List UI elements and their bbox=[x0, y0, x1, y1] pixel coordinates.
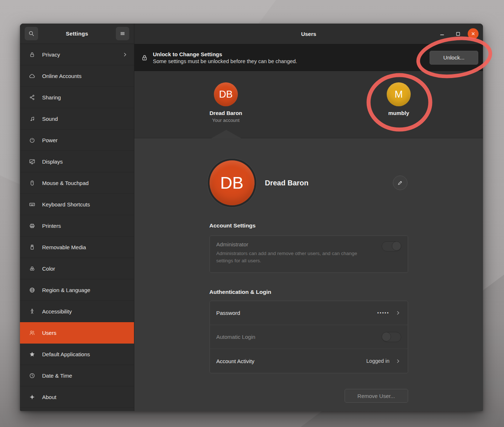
cloud-icon bbox=[29, 73, 35, 79]
sidebar: Settings Privacy Online Accounts Sharing… bbox=[20, 24, 134, 411]
carousel-user-subtitle: Your account bbox=[212, 118, 239, 123]
row-value: ••••• bbox=[377, 311, 390, 316]
sidebar-item-date-time[interactable]: Date & Time bbox=[20, 365, 134, 386]
sidebar-item-color[interactable]: Color bbox=[20, 258, 134, 279]
maximize-icon bbox=[455, 31, 461, 37]
sidebar-item-mouse-touchpad[interactable]: Mouse & Touchpad bbox=[20, 172, 134, 194]
edit-name-button[interactable] bbox=[393, 176, 407, 190]
banner-text: Unlock to Change Settings Some settings … bbox=[153, 51, 297, 64]
sidebar-item-label: Default Applications bbox=[42, 351, 134, 357]
sidebar-item-default-applications[interactable]: Default Applications bbox=[20, 344, 134, 365]
password-row[interactable]: Password ••••• bbox=[210, 301, 408, 325]
sidebar-item-users[interactable]: Users bbox=[20, 322, 134, 344]
mouse-icon bbox=[29, 180, 35, 186]
unlock-banner: Unlock to Change Settings Some settings … bbox=[134, 44, 483, 71]
sidebar-item-online-accounts[interactable]: Online Accounts bbox=[20, 65, 134, 87]
administrator-description: Administrators can add and remove other … bbox=[216, 250, 369, 265]
carousel-user-dread-baron[interactable]: DB Dread Baron Your account bbox=[193, 82, 259, 123]
carousel-user-mumbly[interactable]: M mumbly bbox=[366, 82, 431, 116]
sidebar-item-label: Accessibility bbox=[42, 308, 134, 315]
sidebar-item-keyboard-shortcuts[interactable]: Keyboard Shortcuts bbox=[20, 194, 134, 215]
profile-row: DB Dread Baron bbox=[210, 160, 408, 205]
sidebar-item-label: Color bbox=[42, 266, 134, 272]
page-title: Users bbox=[301, 31, 316, 37]
administrator-row: Administrator Administrators can add and… bbox=[210, 235, 408, 273]
minimize-button[interactable] bbox=[436, 28, 448, 40]
search-button[interactable] bbox=[25, 27, 38, 40]
avatar-initials: DB bbox=[219, 89, 233, 100]
close-button[interactable] bbox=[468, 28, 479, 39]
lock-icon bbox=[141, 54, 148, 61]
share-icon bbox=[29, 94, 35, 100]
sidebar-item-printers[interactable]: Printers bbox=[20, 215, 134, 237]
sidebar-item-label: Power bbox=[42, 137, 134, 143]
administrator-text: Administrator Administrators can add and… bbox=[216, 241, 369, 265]
sidebar-item-privacy[interactable]: Privacy bbox=[20, 44, 134, 65]
selected-user-pointer bbox=[211, 130, 241, 138]
chevron-right-icon bbox=[395, 310, 401, 316]
sidebar-item-label: Removable Media bbox=[42, 244, 134, 250]
sidebar-item-removable-media[interactable]: Removable Media bbox=[20, 237, 134, 258]
window-controls bbox=[436, 24, 479, 44]
sidebar-title: Settings bbox=[66, 30, 88, 37]
user-details: DB Dread Baron Account Settings Administ… bbox=[134, 138, 483, 411]
auth-login-box: Password ••••• Automatic Login Account A… bbox=[210, 301, 408, 373]
removable-media-icon bbox=[29, 244, 35, 250]
sidebar-item-power[interactable]: Power bbox=[20, 130, 134, 151]
minimize-icon bbox=[439, 31, 445, 37]
sidebar-item-label: About bbox=[42, 394, 134, 400]
close-icon bbox=[471, 31, 476, 36]
administrator-label: Administrator bbox=[216, 241, 369, 247]
user-avatar[interactable]: DB bbox=[210, 160, 255, 205]
banner-subtitle: Some settings must be unlocked before th… bbox=[153, 58, 297, 64]
sidebar-item-label: Sound bbox=[42, 116, 134, 122]
printer-icon bbox=[29, 222, 35, 229]
display-icon bbox=[29, 158, 35, 165]
sparkle-icon bbox=[29, 394, 35, 400]
users-icon bbox=[29, 329, 35, 336]
sidebar-item-sharing[interactable]: Sharing bbox=[20, 87, 134, 108]
avatar-initials: M bbox=[395, 89, 403, 100]
user-carousel: DB Dread Baron Your account M mumbly bbox=[134, 71, 483, 138]
lock-icon bbox=[29, 51, 35, 58]
sidebar-item-label: Users bbox=[42, 330, 134, 336]
menu-button[interactable] bbox=[116, 27, 129, 40]
color-icon bbox=[29, 265, 35, 272]
sidebar-item-label: Keyboard Shortcuts bbox=[42, 201, 134, 208]
row-value: Logged in bbox=[366, 358, 390, 364]
carousel-user-name: mumbly bbox=[388, 110, 409, 116]
toggle-knob bbox=[392, 241, 401, 251]
user-fullname: Dread Baron bbox=[265, 179, 393, 187]
row-label: Automatic Login bbox=[216, 334, 256, 340]
sidebar-item-label: Displays bbox=[42, 159, 134, 165]
avatar: M bbox=[387, 82, 411, 106]
sidebar-item-label: Online Accounts bbox=[42, 73, 134, 79]
automatic-login-toggle bbox=[382, 332, 401, 342]
avatar-initials: DB bbox=[220, 173, 244, 193]
sidebar-item-about[interactable]: About bbox=[20, 386, 134, 408]
globe-icon bbox=[29, 287, 35, 293]
row-label: Password bbox=[216, 310, 240, 316]
carousel-user-name: Dread Baron bbox=[210, 110, 242, 116]
remove-user-button[interactable]: Remove User... bbox=[345, 389, 408, 403]
sidebar-item-label: Printers bbox=[42, 223, 134, 229]
account-activity-row[interactable]: Account Activity Logged in bbox=[210, 349, 408, 373]
hamburger-menu-icon bbox=[119, 30, 126, 37]
chevron-right-icon bbox=[395, 358, 401, 364]
maximize-button[interactable] bbox=[452, 28, 464, 40]
banner-title: Unlock to Change Settings bbox=[153, 51, 297, 57]
sidebar-item-label: Sharing bbox=[42, 94, 134, 100]
sidebar-item-label: Region & Language bbox=[42, 287, 134, 293]
sidebar-header: Settings bbox=[20, 24, 134, 44]
sidebar-item-label: Privacy bbox=[42, 52, 122, 58]
sidebar-item-sound[interactable]: Sound bbox=[20, 108, 134, 130]
avatar: DB bbox=[214, 82, 238, 106]
clock-icon bbox=[29, 372, 35, 379]
sidebar-item-accessibility[interactable]: Accessibility bbox=[20, 301, 134, 322]
sidebar-item-displays[interactable]: Displays bbox=[20, 151, 134, 172]
sidebar-item-region-language[interactable]: Region & Language bbox=[20, 279, 134, 301]
account-settings-header: Account Settings bbox=[210, 222, 408, 229]
main-panel: Users Unlock to Change Settings Some set… bbox=[134, 24, 483, 411]
keyboard-icon bbox=[29, 201, 35, 208]
unlock-button[interactable]: Unlock... bbox=[430, 51, 478, 65]
